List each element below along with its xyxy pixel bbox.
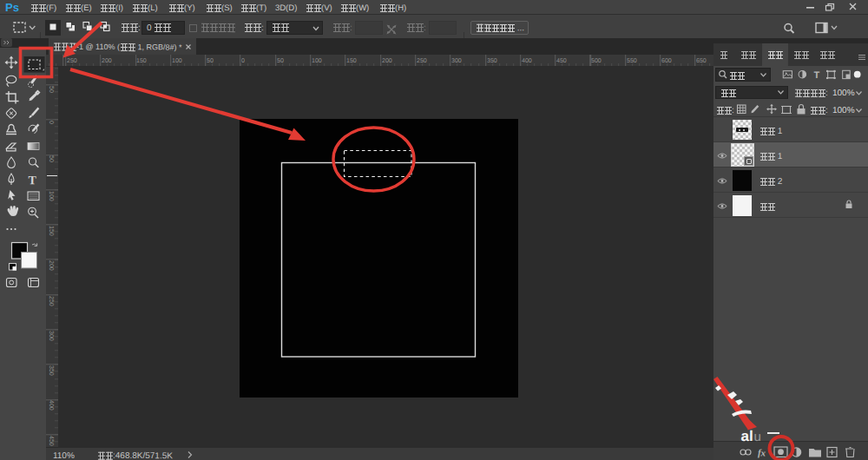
svg-text:al: al	[740, 428, 753, 444]
svg-text:u: u	[753, 429, 760, 444]
